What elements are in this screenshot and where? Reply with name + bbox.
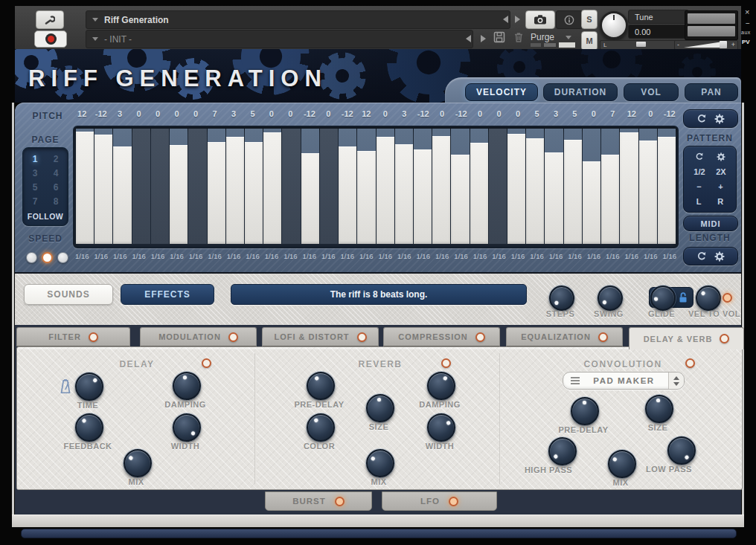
pitch-value[interactable]: 0 [490,109,507,121]
duration-value[interactable]: 1/16 [301,252,318,262]
velocity-step[interactable] [583,129,600,244]
velocity-step[interactable] [132,129,150,244]
pitch-value[interactable]: -12 [452,109,470,121]
edit-wrench-button[interactable] [36,10,64,29]
sounds-button[interactable]: SOUNDS [24,284,113,305]
page-2[interactable]: 2 [45,152,66,167]
purge-dropdown-icon[interactable] [566,36,571,39]
duration-value[interactable]: 1/16 [205,252,223,262]
volume-plus[interactable]: + [731,41,735,48]
pitch-value[interactable]: -12 [92,109,109,121]
modulation-led[interactable] [228,332,238,342]
pitch-value[interactable]: 0 [471,109,489,121]
velocity-step[interactable] [507,129,525,244]
effects-button[interactable]: EFFECTS [121,284,214,305]
pitch-value[interactable]: 12 [623,109,641,121]
mute-button[interactable]: M [581,31,598,51]
vel-to-vol-led[interactable] [723,293,732,303]
duration-value[interactable]: 1/16 [263,252,281,262]
convolution-led[interactable] [685,358,695,368]
duration-value[interactable]: 1/16 [225,252,243,262]
speed-led-3[interactable] [57,252,68,263]
pitch-value[interactable]: 3 [395,109,413,121]
lofi-distort-led[interactable] [357,332,367,342]
midi-button[interactable]: MIDI [683,216,738,231]
pitch-value[interactable]: 5 [528,109,545,121]
volume-handle[interactable] [720,41,727,48]
convolution-high-pass-knob[interactable] [548,437,577,465]
pitch-value[interactable]: 5 [566,109,583,121]
pattern-double-button[interactable]: 2X [716,167,725,176]
duration-value[interactable]: 1/16 [73,252,91,262]
fx-tab-filter[interactable]: FILTER [16,327,130,346]
duration-value[interactable]: 1/16 [641,252,659,262]
pv-label[interactable]: PV [742,39,750,45]
pitch-value[interactable]: 0 [187,109,205,121]
pattern-shift-right-button[interactable]: R [717,197,723,206]
velocity-step[interactable] [395,129,413,244]
pitch-value[interactable]: 7 [603,109,621,121]
tab-pan[interactable]: PAN [685,83,738,101]
duration-value[interactable]: 1/16 [433,252,451,262]
page-5[interactable]: 5 [25,181,45,195]
gear-icon[interactable] [717,152,725,161]
pitch-value[interactable]: -12 [301,109,318,121]
tab-vol[interactable]: VOL [624,83,679,101]
velocity-step[interactable] [470,129,488,244]
duration-value[interactable]: 1/16 [111,252,129,262]
pan-handle[interactable] [636,42,646,47]
reverb-mix-knob[interactable] [366,449,394,477]
velocity-step[interactable] [414,129,432,244]
length-tools-pill[interactable] [683,247,738,265]
vel-to-vol-knob[interactable] [696,286,721,311]
glide-knob[interactable] [650,286,676,311]
pitch-value[interactable]: 0 [129,109,147,121]
fx-tab-equalization[interactable]: EQUALIZATION [506,327,623,346]
tab-velocity[interactable]: VELOCITY [465,83,538,101]
delay-feedback-knob[interactable] [75,413,103,442]
trash-icon[interactable] [513,31,525,43]
reverb-color-knob[interactable] [307,413,335,442]
convolution-low-pass-knob[interactable] [667,436,696,465]
pitch-value[interactable]: 0 [149,109,167,121]
velocity-step[interactable] [489,129,507,244]
pitch-value[interactable]: -12 [339,109,356,121]
delay-mix-knob[interactable] [124,449,152,477]
refresh-icon[interactable] [695,152,704,161]
lfo-led[interactable] [449,497,458,506]
gear-icon[interactable] [714,251,725,262]
prev-preset-arrow[interactable] [466,35,471,42]
pitch-value[interactable]: 0 [263,109,281,121]
pitch-value[interactable]: 0 [167,109,185,121]
reverb-pre-delay-knob[interactable] [307,372,335,400]
prev-instrument-arrow[interactable] [503,16,508,23]
reverb-led[interactable] [441,358,451,368]
velocity-step[interactable] [76,129,94,244]
velocity-step[interactable] [357,129,375,244]
next-preset-arrow[interactable] [481,35,486,42]
page-4[interactable]: 4 [45,167,66,181]
duration-value[interactable]: 1/16 [509,252,527,262]
purge-label[interactable]: Purge [531,32,554,42]
duration-value[interactable]: 1/16 [528,252,545,262]
pitch-value[interactable]: 3 [547,109,565,121]
compression-led[interactable] [475,332,485,342]
info-button[interactable] [556,10,583,29]
minimize-button[interactable]: − [746,19,750,28]
velocity-step[interactable] [639,129,657,244]
pitch-value[interactable]: 3 [225,109,243,121]
lock-open-icon[interactable] [678,291,688,303]
velocity-step[interactable] [339,129,356,244]
duration-value[interactable]: 1/16 [281,252,299,262]
refresh-icon[interactable] [696,114,707,124]
filter-led[interactable] [89,332,98,342]
duration-value[interactable]: 1/16 [319,252,337,262]
pitch-value[interactable]: 12 [357,109,375,121]
velocity-step[interactable] [526,129,544,244]
preset-bar[interactable]: - INIT - [86,30,473,48]
pitch-value[interactable]: 0 [433,109,451,121]
duration-value[interactable]: 1/16 [471,252,489,262]
velocity-step[interactable] [451,129,469,244]
follow-button[interactable]: FOLLOW [25,209,66,223]
duration-value[interactable]: 1/16 [243,252,261,262]
